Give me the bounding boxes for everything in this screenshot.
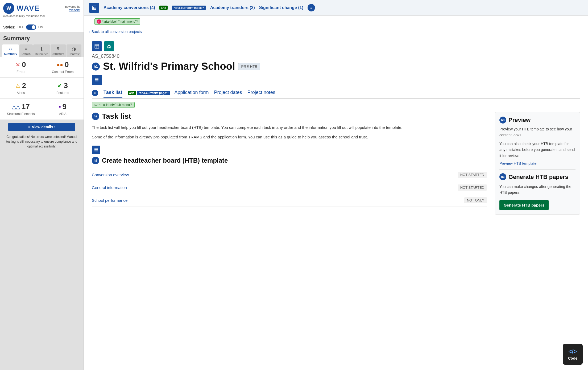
table-row: General information NOT STARTED: [92, 181, 487, 194]
task-list-desc2: Some of the information is already pre-p…: [92, 134, 487, 140]
wave-logo-area: W WAVE powered by WebAIM: [3, 3, 80, 14]
aria-main-menu-tag: 🏷 *aria-label="main menu"*: [94, 18, 140, 25]
contrast-errors-label: Contrast Errors: [52, 70, 73, 74]
sub-menu-label-row: 🏷 *aria-label="sub menu"*: [92, 102, 580, 112]
create-htb-list-icon: [92, 146, 100, 154]
aria-current-index-badge: *aria-current="index"*: [172, 6, 206, 10]
structural-count: 17: [22, 102, 30, 111]
tab-structure-label: Structure: [52, 52, 64, 55]
alerts-label: Alerts: [17, 91, 25, 95]
tab-reference[interactable]: ℹ Reference: [33, 44, 50, 57]
alerts-stat: ⚠ 2 Alerts: [0, 78, 42, 98]
aria-tag-icon: 🏷: [97, 19, 101, 24]
academy-transfers-link[interactable]: Academy transfers (2): [210, 5, 255, 10]
aria-main-menu-row: 🏷 *aria-label="main menu"*: [89, 17, 583, 26]
page-content: AS_6759840 h1 St. Wilfrid's Primary Scho…: [84, 36, 588, 220]
structural-stat: △△ 17 Structural Elements: [0, 99, 42, 120]
back-link[interactable]: ‹ Back to all conversion projects: [84, 27, 588, 36]
sub-menu-tag-icon: 🏷: [94, 103, 97, 107]
aria-stat: ▪ 9 ARIA: [42, 99, 84, 120]
generate-htb-text: You can make changes after generating th…: [499, 184, 575, 196]
generate-htb-button[interactable]: Generate HTB papers: [499, 200, 549, 210]
subnav-aria-current-badge: *aria-current="page"*: [137, 91, 170, 95]
tab-summary-label: Summary: [4, 52, 17, 55]
task-list-desc1: The task list will help you fill out you…: [92, 124, 487, 131]
aria-label: ARIA: [59, 112, 67, 116]
h3-badge-preview: h3: [499, 117, 506, 124]
right-divider: [499, 169, 575, 170]
errors-stat: ✕ 0 Errors: [0, 57, 42, 77]
aria-count: 9: [63, 102, 67, 111]
alerts-count: 2: [22, 81, 26, 90]
contrast-icon: ◑: [72, 46, 76, 52]
school-icons-row: [92, 41, 580, 51]
h3-badge-generate: h3: [499, 173, 506, 180]
conversion-overview-link[interactable]: Conversion overview: [92, 172, 129, 177]
styles-row: Styles: OFF ON: [0, 22, 84, 32]
alert-icon: ⚠: [15, 83, 20, 89]
home-icon: ⌂: [9, 46, 12, 52]
preview-text1: Preview your HTB template to see how you…: [499, 126, 575, 138]
tab-reference-label: Reference: [35, 52, 48, 56]
pre-htb-badge: PRE HTB: [238, 63, 260, 70]
back-link-label: Back to all conversion projects: [92, 30, 142, 34]
top-nav-icon: [89, 3, 99, 13]
structural-icon: △△: [12, 104, 20, 110]
view-details-label: View details ›: [32, 125, 55, 129]
congrats-message: Congratulations! No errors were detected…: [0, 134, 84, 153]
preview-heading: Preview: [508, 117, 531, 124]
view-details-icon: ≡: [28, 125, 30, 129]
tab-contrast[interactable]: ◑ Contrast: [67, 44, 81, 57]
tab-structure[interactable]: ⛛ Structure: [51, 44, 66, 57]
sidebar-header: W WAVE powered by WebAIM web accessibili…: [0, 0, 84, 22]
general-information-link[interactable]: General information: [92, 185, 127, 190]
school-icon-blue: [92, 41, 102, 51]
list-icon-row: [92, 75, 580, 85]
general-information-status: NOT STARTED: [458, 184, 487, 191]
generate-htb-heading-row: h3 Generate HTB papers: [499, 173, 575, 181]
info-icon: ℹ: [41, 46, 43, 52]
tab-summary[interactable]: ⌂ Summary: [2, 44, 19, 57]
subnav-application-form[interactable]: Application form: [175, 88, 209, 98]
structural-label: Structural Elements: [7, 112, 35, 116]
aria-main-menu-label: *aria-label="main menu"*: [102, 20, 138, 23]
webaim-link[interactable]: WebAIM: [69, 8, 80, 11]
academy-conversions-link[interactable]: Academy conversions (4): [103, 5, 155, 10]
powered-by-label: powered by: [65, 5, 80, 8]
sub-nav-task-list-badge: ≡: [92, 88, 98, 98]
list-icon: [92, 75, 102, 85]
wave-subtitle: web accessibility evaluation tool: [3, 14, 80, 18]
two-col-layout: h2 Task list The task list will help you…: [92, 112, 580, 215]
create-htb-heading: Create headteacher board (HTB) template: [102, 157, 228, 164]
table-row: School performance NOT ONLY: [92, 194, 487, 207]
sub-nav: ≡ Task list aria *aria-current="page"* A…: [92, 88, 580, 99]
features-label: Features: [56, 91, 69, 95]
errors-label: Errors: [16, 70, 25, 74]
significant-change-link[interactable]: Significant change (1): [259, 5, 303, 10]
subnav-project-dates[interactable]: Project dates: [214, 88, 242, 98]
code-badge[interactable]: </> Code: [563, 344, 583, 365]
styles-toggle[interactable]: [26, 24, 36, 30]
contrast-errors-stat: ●● 0 Contrast Errors: [42, 57, 84, 77]
significant-change-icon: ≡: [308, 4, 315, 11]
tab-details-label: Details: [22, 52, 31, 55]
preview-htb-link[interactable]: Preview HTB template: [499, 161, 575, 166]
preview-text2: You can also check your HTB template for…: [499, 141, 575, 159]
school-performance-link[interactable]: School performance: [92, 198, 127, 203]
school-performance-status: NOT ONLY: [464, 197, 487, 203]
subnav-task-list[interactable]: Task list: [103, 88, 122, 98]
powered-by: powered by WebAIM: [65, 5, 80, 11]
aria-index-badge: aria: [159, 6, 168, 10]
subnav-project-notes[interactable]: Project notes: [247, 88, 275, 98]
svg-rect-0: [92, 6, 96, 10]
subnav-aria-badge: aria: [128, 91, 136, 95]
main-content: Academy conversions (4) aria *aria-curre…: [84, 0, 588, 370]
summary-title: Summary: [0, 32, 84, 43]
sidebar: W WAVE powered by WebAIM web accessibili…: [0, 0, 84, 370]
h1-badge: h1: [92, 63, 100, 71]
main-wrapper: Academy conversions (4) aria *aria-curre…: [84, 0, 588, 220]
code-icon: </>: [569, 348, 577, 355]
view-details-button[interactable]: ≡ View details ›: [8, 123, 75, 131]
tab-details[interactable]: ≡ Details: [19, 44, 33, 57]
wave-logo: W: [3, 3, 14, 14]
